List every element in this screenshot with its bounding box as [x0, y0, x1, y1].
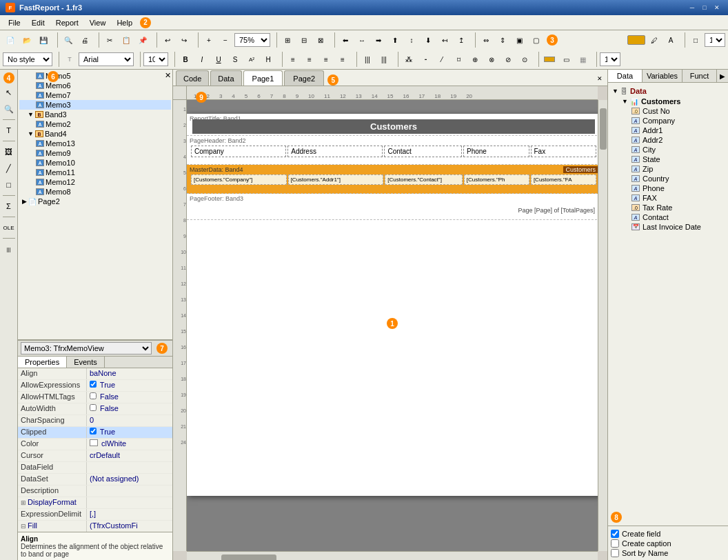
tree-item-memo11[interactable]: A Memo11: [19, 168, 171, 177]
calc-tool[interactable]: Σ: [1, 199, 17, 214]
ungroup-button[interactable]: ▢: [528, 32, 543, 48]
tree-label-data[interactable]: ▼ 🗄 Data: [611, 86, 725, 96]
report-empty-space[interactable]: [187, 220, 598, 496]
tree-item-memo13[interactable]: A Memo13: [19, 139, 171, 148]
allowhtml-checkbox[interactable]: [90, 392, 97, 399]
tree-item-memo12[interactable]: A Memo12: [19, 177, 171, 187]
tree-item-memo3[interactable]: A Memo3: [19, 100, 171, 110]
border-width-combo[interactable]: 12: [705, 33, 725, 47]
tree-field-zip[interactable]: A Zip: [630, 164, 725, 174]
underline-button[interactable]: U: [211, 52, 226, 67]
select-tool[interactable]: ↖: [1, 85, 17, 100]
tree-item-memo8[interactable]: A Memo8: [19, 187, 171, 197]
dist-h-button[interactable]: ⇔: [478, 32, 494, 48]
barcode2-button[interactable]: |||: [376, 52, 392, 67]
tree-field-contact[interactable]: A Contact: [630, 212, 725, 222]
align-right-button[interactable]: ➡: [371, 32, 386, 48]
paste-button[interactable]: 📌: [135, 32, 150, 48]
snap-button[interactable]: ⊟: [296, 32, 312, 48]
font-combo[interactable]: Arial: [79, 52, 134, 66]
prop-value-description[interactable]: [87, 486, 172, 497]
tree-item-memo6[interactable]: A Memo6: [19, 81, 171, 90]
prop-value-dataset[interactable]: (Not assigned): [87, 474, 172, 485]
format-btn7[interactable]: ⊘: [501, 52, 516, 67]
tab-functions[interactable]: Funct: [682, 70, 717, 82]
tree-item-memo9[interactable]: A Memo9: [19, 148, 171, 158]
align-middle-button[interactable]: ↕: [404, 32, 419, 48]
font-color-button[interactable]: A: [663, 32, 678, 48]
close-tab-btn[interactable]: ✕: [595, 72, 605, 86]
border2-button[interactable]: ▭: [558, 52, 574, 67]
prop-value-color[interactable]: clWhite: [87, 439, 172, 450]
justify-button[interactable]: ≡: [335, 52, 350, 67]
text-tool[interactable]: T: [1, 123, 17, 138]
style-combo[interactable]: No style: [3, 52, 52, 66]
align-left-button[interactable]: ⬅: [338, 32, 353, 48]
prop-value-clipped[interactable]: True: [87, 427, 172, 438]
fill-color-button[interactable]: [627, 35, 645, 45]
menu-view[interactable]: View: [84, 16, 112, 30]
menu-edit[interactable]: Edit: [26, 16, 50, 30]
tree-item-band4[interactable]: ▼ B Band4: [19, 129, 171, 139]
line-tool[interactable]: ╱: [1, 161, 17, 176]
prop-value-allowhtml[interactable]: False: [87, 392, 172, 403]
tree-item-page2[interactable]: ▶ 📄 Page2: [19, 197, 171, 206]
tab-properties[interactable]: Properties: [18, 357, 67, 368]
align-text-right-button[interactable]: ≡: [318, 52, 334, 67]
create-caption-checkbox[interactable]: [611, 539, 619, 548]
tree-item-band3[interactable]: ▼ B Band3: [19, 110, 171, 119]
rect-tool[interactable]: □: [1, 177, 17, 192]
format-btn5[interactable]: ⊕: [467, 52, 483, 67]
tree-label-customers[interactable]: ▼ 📊 Customers: [620, 97, 725, 106]
menu-help[interactable]: Help: [111, 16, 138, 30]
strikethrough-button[interactable]: S: [228, 52, 243, 67]
expand-data[interactable]: ▼: [612, 88, 619, 94]
zoom-combo[interactable]: 75%50%100%: [234, 33, 270, 47]
format-btn1[interactable]: ⁂: [401, 52, 416, 67]
font-size-combo[interactable]: 10: [143, 52, 168, 66]
align-top-button[interactable]: ⬆: [387, 32, 403, 48]
scrollbar-thumb-v[interactable]: [600, 108, 607, 150]
tree-field-lastinvoice[interactable]: 📅 Last Invoice Date: [630, 222, 725, 232]
maximize-button[interactable]: □: [699, 3, 710, 12]
object-selector[interactable]: Memo3: TfrxMemoView: [21, 342, 152, 354]
open-button[interactable]: 📂: [19, 32, 34, 48]
grid-button[interactable]: ⊞: [280, 32, 295, 48]
save-button[interactable]: 💾: [36, 32, 51, 48]
cut-button[interactable]: ✂: [102, 32, 117, 48]
tree-field-city[interactable]: A City: [630, 145, 725, 154]
sort-by-name-checkbox[interactable]: [611, 549, 619, 557]
highlight-button[interactable]: H: [261, 52, 276, 67]
format-btn3[interactable]: ⁄: [434, 52, 449, 67]
align-text-left-button[interactable]: ≡: [285, 52, 301, 67]
format-btn4[interactable]: ⌑: [451, 52, 466, 67]
zoom-in-button[interactable]: +: [201, 32, 216, 48]
tab-page1[interactable]: Page1: [243, 70, 283, 86]
format-btn6[interactable]: ⊗: [484, 52, 499, 67]
tree-field-fax[interactable]: A FAX: [630, 193, 725, 203]
tree-item-memo5[interactable]: A Memo5: [19, 71, 171, 81]
group-button[interactable]: ▣: [512, 32, 527, 48]
tree-item-memo7[interactable]: A Memo7: [19, 90, 171, 100]
format-btn8[interactable]: ⊙: [517, 52, 532, 67]
tab-page2[interactable]: Page2: [284, 70, 324, 86]
copy-button[interactable]: 📋: [119, 32, 134, 48]
guide-button[interactable]: ⊠: [313, 32, 328, 48]
clipped-checkbox[interactable]: [90, 428, 97, 434]
tree-field-addr2[interactable]: A Addr2: [630, 135, 725, 145]
expand-customers[interactable]: ▼: [622, 98, 629, 105]
same-height-button[interactable]: ↥: [454, 32, 469, 48]
tree-field-custno[interactable]: .0 Cust No: [630, 106, 725, 116]
prop-value-datafield[interactable]: [87, 462, 172, 473]
autowidth-checkbox[interactable]: [90, 404, 97, 411]
prop-value-charspacing[interactable]: 0: [87, 415, 172, 426]
new-button[interactable]: 📄: [3, 32, 18, 48]
format-btn2[interactable]: ⁃: [418, 52, 433, 67]
zoom-out-button[interactable]: −: [218, 32, 233, 48]
allowexpr-checkbox[interactable]: [90, 381, 97, 388]
tree-field-company[interactable]: A Company: [630, 116, 725, 126]
tree-field-addr1[interactable]: A Addr1: [630, 126, 725, 135]
tab-data[interactable]: Data: [210, 70, 241, 86]
italic-button[interactable]: I: [194, 52, 210, 67]
bold-button[interactable]: B: [178, 52, 193, 67]
